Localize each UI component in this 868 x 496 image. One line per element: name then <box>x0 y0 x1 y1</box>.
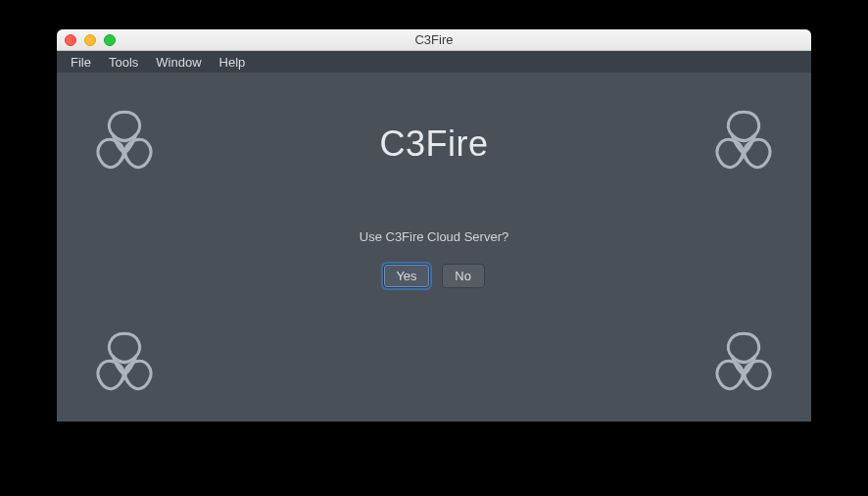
yes-button[interactable]: Yes <box>383 264 429 288</box>
window-title: C3Fire <box>57 32 811 47</box>
maximize-icon[interactable] <box>104 34 116 46</box>
button-row: Yes No <box>57 264 811 288</box>
window-controls <box>57 34 116 46</box>
window-titlebar: C3Fire <box>57 29 811 51</box>
content-area: C3Fire Use C3Fire Cloud Server? Yes No <box>57 73 811 422</box>
page-title: C3Fire <box>57 124 811 165</box>
prompt-text: Use C3Fire Cloud Server? <box>57 229 811 244</box>
menu-window[interactable]: Window <box>148 53 209 72</box>
knot-logo-icon <box>705 327 782 404</box>
no-button[interactable]: No <box>442 264 485 288</box>
close-icon[interactable] <box>65 34 76 46</box>
menu-help[interactable]: Help <box>212 53 254 72</box>
menu-tools[interactable]: Tools <box>101 53 146 72</box>
menu-file[interactable]: File <box>63 53 99 72</box>
menubar: File Tools Window Help <box>57 51 811 73</box>
knot-logo-icon <box>86 327 163 404</box>
minimize-icon[interactable] <box>84 34 96 46</box>
app-window: C3Fire File Tools Window Help C3Fire Use… <box>57 29 811 422</box>
